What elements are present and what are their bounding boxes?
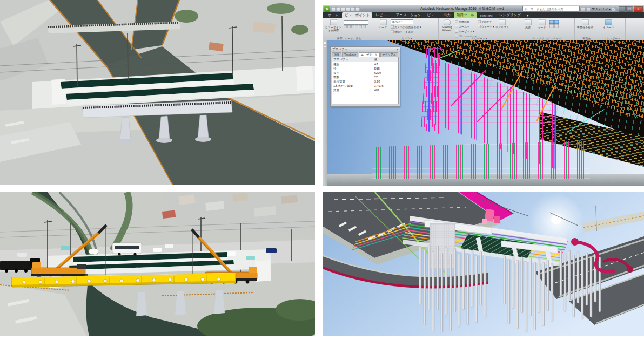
- quick-access-toolbar: [331, 7, 360, 11]
- props-tab-material[interactable]: マテリアル: [380, 52, 399, 57]
- help-icon[interactable]: ?: [612, 7, 616, 11]
- pan-icon: [455, 20, 458, 23]
- realism-button[interactable]: リアリズム: [495, 19, 509, 29]
- tab-review[interactable]: レビュー: [373, 12, 392, 18]
- render-crane-simulation: [0, 192, 315, 336]
- render-pile-foundation-model: [323, 192, 644, 336]
- window-title: Autodesk Navisworks Manage 2016 八反橋CIM .…: [420, 6, 504, 11]
- tab-output[interactable]: 出力: [441, 12, 453, 18]
- table-row[interactable]: 単位質量3.98: [332, 79, 398, 84]
- minimize-button[interactable]: −: [619, 6, 626, 12]
- tab-view[interactable]: ビュー: [424, 12, 440, 18]
- tab-rendering[interactable]: レンダリング: [497, 12, 524, 18]
- docked-panel-strip[interactable]: [323, 40, 327, 186]
- search-icon[interactable]: [581, 7, 585, 11]
- ribbon-group-camera: パース 75.417 ° カメラの位置合わせ▾ 傾斜バーを表示 カメラ ▾: [375, 18, 439, 40]
- mode-button[interactable]: モード: [535, 19, 548, 29]
- hidden-line-toggle[interactable]: [554, 24, 559, 28]
- exchange-apps-icon[interactable]: [586, 7, 591, 11]
- save-viewpoint-button[interactable]: ビューポイントを保存: [324, 19, 343, 32]
- search-input[interactable]: [523, 8, 579, 11]
- wireframe-toggle[interactable]: [549, 24, 554, 28]
- ribbon-group-render-style: 光源 モード レンダリング スタイル: [520, 18, 575, 40]
- close-button[interactable]: ×: [634, 6, 643, 12]
- steering-wheels-button[interactable]: Steering Wheels: [440, 19, 454, 32]
- properties-close-icon[interactable]: ×: [397, 48, 398, 51]
- navisworks-window: N Autodesk Navisworks Manage 2016 八反橋CIM…: [323, 5, 644, 185]
- render-mode-icon: [539, 19, 546, 25]
- perspective-cube-icon: [380, 19, 387, 25]
- zoom-icon: [455, 25, 458, 28]
- tilt-bar-icon: [391, 30, 394, 33]
- open-icon[interactable]: [331, 7, 336, 11]
- look-around-icon: [478, 20, 481, 23]
- ribbon-tab-bar: ホーム ビューポイント レビュー アニメーション ビュー 出力 項目ツール BI…: [323, 12, 644, 18]
- table-row[interactable]: 本数27: [332, 75, 398, 79]
- print-icon[interactable]: [341, 7, 345, 11]
- props-tab-timeliner[interactable]: TimeLiner: [342, 52, 358, 57]
- tab-home[interactable]: ホーム: [325, 12, 341, 18]
- fov-field[interactable]: 75.417 °: [391, 19, 413, 24]
- walk-button[interactable]: ウォーク▾: [478, 24, 494, 29]
- maximize-button[interactable]: □: [626, 6, 633, 12]
- redo-icon[interactable]: [351, 7, 355, 11]
- lighting-button[interactable]: 光源: [521, 19, 534, 29]
- orbit-button[interactable]: オービット▾: [455, 29, 477, 33]
- undo-icon[interactable]: [346, 7, 350, 11]
- realism-icon: [499, 19, 506, 25]
- table-row[interactable]: 種別A7: [332, 62, 398, 66]
- navisworks-app-icon[interactable]: N: [324, 6, 330, 12]
- playback-buttons[interactable]: [344, 25, 368, 28]
- table-row[interactable]: 径D35: [332, 66, 398, 71]
- ribbon-group-navigate: Steering Wheels 画面移動 ズーム▾ オービット▾ 3Dconne…: [439, 18, 520, 40]
- save-icon[interactable]: [336, 7, 340, 11]
- tab-viewpoint[interactable]: ビューポイント: [342, 12, 372, 18]
- ribbon-group-sectioning: 断面化を有効 断面化: [575, 18, 599, 40]
- title-bar: N Autodesk Navisworks Manage 2016 八反橋CIM…: [323, 5, 644, 12]
- lighting-icon: [525, 19, 532, 25]
- sectioning-icon: [582, 19, 589, 25]
- properties-panel: プロパティ × 項目 TimeLiner ユーザデータ マテリアル プロパティ …: [331, 47, 400, 106]
- enable-sectioning-button[interactable]: 断面化を有効: [576, 19, 594, 29]
- ribbon-group-save-load-play: ビューポイントを保存 保存、ロード、再生: [323, 18, 375, 40]
- orbit-icon: [455, 30, 458, 33]
- panel-tab-icon[interactable]: [324, 45, 326, 48]
- look-around-button[interactable]: 見回す▾: [478, 19, 494, 24]
- ribbon-group-export: イメージ エクスポート: [599, 18, 626, 40]
- shaded-toggle[interactable]: [554, 20, 559, 24]
- refresh-icon[interactable]: [355, 7, 360, 11]
- signin-button[interactable]: サインイン▾: [592, 6, 611, 11]
- camera-icon: [330, 19, 337, 25]
- walk-icon: [478, 25, 481, 28]
- props-tab-userdata[interactable]: ユーザデータ: [359, 52, 379, 57]
- export-image-button[interactable]: イメージ: [600, 19, 616, 29]
- perspective-button[interactable]: パース: [377, 19, 390, 29]
- full-render-toggle[interactable]: [549, 20, 554, 24]
- ribbon: ビューポイントを保存 保存、ロード、再生 パース 75.417 ° カメラの位置…: [323, 18, 644, 40]
- render-style-toggles: [549, 20, 559, 28]
- tab-bim360[interactable]: BIM 360: [478, 13, 496, 18]
- table-row[interactable]: 質量481: [332, 88, 398, 92]
- panel-tab-icon[interactable]: [324, 42, 326, 44]
- window-controls: − □ ×: [619, 6, 643, 12]
- saved-viewpoints-combo[interactable]: [344, 20, 368, 25]
- pan-button[interactable]: 画面移動: [455, 19, 477, 24]
- table-row[interactable]: 長さ6299: [332, 71, 398, 75]
- align-camera-icon: [391, 25, 394, 29]
- tab-item-tools[interactable]: 項目ツール: [454, 12, 477, 18]
- image-icon: [605, 19, 612, 25]
- help-search-box[interactable]: [522, 6, 580, 12]
- properties-tabs: 項目 TimeLiner ユーザデータ マテリアル: [331, 52, 400, 57]
- model-viewport[interactable]: プロパティ × 項目 TimeLiner ユーザデータ マテリアル プロパティ …: [323, 40, 644, 186]
- steering-wheel-icon: [444, 19, 451, 25]
- table-row[interactable]: 1本当たり質量17.076: [332, 84, 398, 88]
- zoom-button[interactable]: ズーム▾: [455, 24, 477, 29]
- properties-title: プロパティ: [332, 47, 347, 51]
- tab-animation[interactable]: アニメーション: [393, 12, 424, 18]
- ribbon-options-caret[interactable]: ▾: [524, 13, 531, 18]
- show-tilt-bar-button[interactable]: 傾斜バーを表示: [391, 30, 421, 34]
- properties-table: プロパティ 値 種別A7 径D35 長さ6299 本数27 単位質量3.98 1…: [332, 57, 399, 104]
- render-bridge-photomontage: [0, 0, 315, 185]
- align-camera-button[interactable]: カメラの位置合わせ▾: [391, 25, 421, 29]
- props-tab-item[interactable]: 項目: [332, 52, 341, 57]
